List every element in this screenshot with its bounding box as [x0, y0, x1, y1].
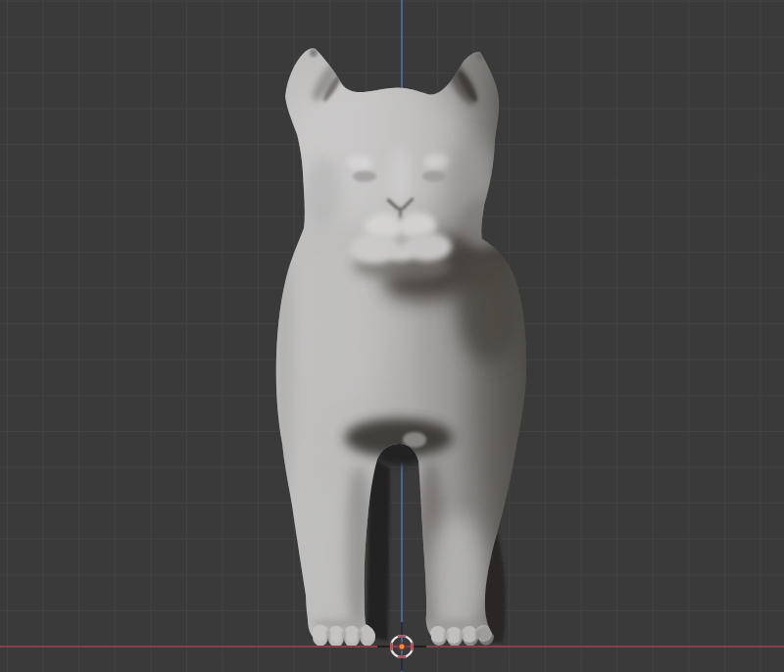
cat-chin	[387, 244, 415, 262]
scene-layer	[0, 0, 784, 672]
origin-dot	[399, 644, 404, 648]
cat-nose-bridge-highlight	[389, 147, 411, 206]
cat-right-brow	[424, 154, 450, 169]
cat-left-eye	[353, 171, 376, 182]
cat-right-eye	[422, 171, 446, 182]
scene-svg	[0, 0, 784, 672]
cat-left-leg-highlight	[302, 480, 345, 617]
cat-left-cheek-shading	[306, 157, 341, 225]
cat-left-brow	[347, 155, 372, 170]
